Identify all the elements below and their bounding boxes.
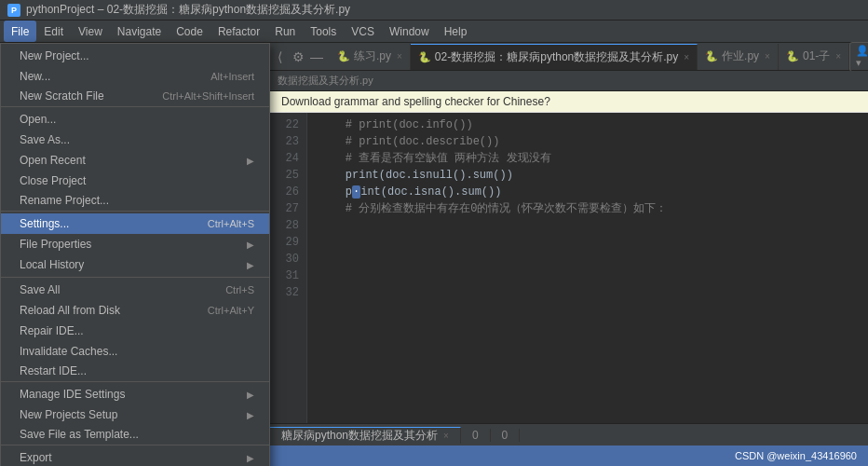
app-icon: P — [7, 4, 20, 17]
status-right: CSDN @weixin_43416960 — [735, 450, 857, 461]
menu-close-project[interactable]: Close Project — [1, 171, 269, 191]
notification-bar: Download grammar and spelling checker fo… — [270, 91, 868, 113]
code-line-28 — [319, 217, 868, 234]
menu-edit[interactable]: Edit — [36, 21, 71, 42]
menu-export[interactable]: Export ▶ — [1, 447, 269, 466]
menu-save-all[interactable]: Save All Ctrl+S — [1, 280, 269, 300]
menu-bar: File Edit View Navigate Code Refactor Ru… — [0, 21, 868, 43]
menu-window[interactable]: Window — [382, 21, 437, 42]
python-icon-tab1: 🐍 — [337, 50, 350, 62]
bottom-tab-0b[interactable]: 0 — [491, 429, 521, 442]
menu-repair-ide[interactable]: Repair IDE... — [1, 321, 269, 341]
code-line-26: p·int(doc.isna().sum()) — [319, 184, 868, 200]
menu-save-file-template[interactable]: Save File as Template... — [1, 425, 269, 445]
python-icon-tab4: 🐍 — [786, 50, 799, 62]
notification-text: Download grammar and spelling checker fo… — [281, 95, 550, 108]
tab-active-analysis[interactable]: 🐍 02-数据挖掘：糖尿病python数据挖掘及其分析.py × — [411, 44, 698, 70]
menu-view[interactable]: View — [71, 21, 110, 42]
menu-reload-all[interactable]: Reload All from Disk Ctrl+Alt+Y — [1, 300, 269, 321]
tab-01[interactable]: 🐍 01-子 × — [779, 44, 849, 70]
code-line-27: # 分别检查数据中有存在0的情况（怀孕次数不需要检查）如下： — [319, 200, 868, 217]
gear-settings[interactable]: ⚙ — [289, 48, 307, 66]
close-tab-01[interactable]: × — [835, 51, 841, 62]
scroll-tabs-left[interactable]: ⟨ — [270, 48, 289, 66]
code-line-23: # print(doc.describe()) — [319, 133, 868, 150]
tab-zuoye[interactable]: 🐍 作业.py × — [698, 44, 779, 70]
menu-rename-project[interactable]: Rename Project... — [1, 191, 269, 212]
code-line-25: print(doc.isnull().sum()) — [319, 167, 868, 184]
menu-new-project[interactable]: New Project... — [1, 46, 269, 66]
python-icon-tab2: 🐍 — [418, 51, 431, 63]
menu-help[interactable]: Help — [437, 21, 475, 42]
title-bar: P pythonProject – 02-数据挖掘：糖尿病python数据挖掘及… — [0, 0, 868, 21]
code-line-30 — [319, 251, 868, 267]
separator-1 — [1, 277, 269, 278]
code-line-31 — [319, 267, 868, 284]
file-dropdown-menu: New Project... New... Alt+Insert New Scr… — [0, 43, 270, 466]
code-line-22: # print(doc.info()) — [319, 116, 868, 133]
menu-new-scratch[interactable]: New Scratch File Ctrl+Alt+Shift+Insert — [1, 87, 269, 107]
menu-open-recent[interactable]: Open Recent ▶ — [1, 150, 269, 171]
menu-restart-ide[interactable]: Restart IDE... — [1, 362, 269, 382]
menu-save-as[interactable]: Save As... — [1, 130, 269, 150]
code-area[interactable]: 22 23 24 25 26 27 28 29 30 31 32 # print… — [270, 113, 868, 466]
main-area: New Project... New... Alt+Insert New Scr… — [0, 43, 868, 466]
bottom-tab-0a[interactable]: 0 — [461, 429, 491, 442]
menu-settings[interactable]: Settings... Ctrl+Alt+S — [1, 213, 269, 234]
menu-invalidate-caches[interactable]: Invalidate Caches... — [1, 341, 269, 362]
line-numbers: 22 23 24 25 26 27 28 29 30 31 32 — [270, 113, 307, 466]
menu-file-properties[interactable]: File Properties ▶ — [1, 234, 269, 254]
code-line-24: # 查看是否有空缺值 两种方法 发现没有 — [319, 150, 868, 167]
close-tab-analysis[interactable]: × — [684, 52, 689, 62]
menu-refactor[interactable]: Refactor — [210, 21, 267, 42]
menu-navigate[interactable]: Navigate — [110, 21, 169, 42]
menu-run[interactable]: Run — [267, 21, 303, 42]
close-tab-zuoye[interactable]: × — [765, 51, 770, 62]
user-icon-btn[interactable]: 👤 ▾ — [849, 42, 868, 72]
code-line-29 — [319, 234, 868, 251]
tab-lianxi[interactable]: 🐍 练习.py × — [330, 44, 411, 70]
bottom-tab-analysis[interactable]: 糖尿病python数据挖掘及其分析 × — [270, 427, 461, 444]
menu-new[interactable]: New... Alt+Insert — [1, 66, 269, 87]
close-bottom-tab[interactable]: × — [443, 431, 449, 441]
menu-open[interactable]: Open... — [1, 109, 269, 130]
window-title: pythonProject – 02-数据挖掘：糖尿病python数据挖掘及其分… — [26, 2, 350, 18]
tab-controls: ⟨ ⚙ — — [270, 48, 326, 66]
menu-vcs[interactable]: VCS — [344, 21, 382, 42]
breadcrumb: 数据挖掘及其分析.py — [278, 74, 373, 88]
menu-manage-ide-settings[interactable]: Manage IDE Settings ▶ — [1, 384, 269, 404]
breadcrumb-area: 数据挖掘及其分析.py — [270, 71, 868, 91]
menu-local-history[interactable]: Local History ▶ — [1, 254, 269, 275]
menu-tools[interactable]: Tools — [303, 21, 344, 42]
code-line-32 — [319, 284, 868, 301]
python-icon-tab3: 🐍 — [705, 50, 718, 62]
menu-new-projects-setup[interactable]: New Projects Setup ▶ — [1, 404, 269, 425]
code-content[interactable]: # print(doc.info()) # print(doc.describe… — [307, 113, 868, 466]
menu-code[interactable]: Code — [169, 21, 210, 42]
menu-file[interactable]: File — [4, 21, 36, 42]
minimize-editor[interactable]: — — [307, 48, 326, 66]
close-tab-lianxi[interactable]: × — [397, 51, 402, 62]
editor-area: ⟨ ⚙ — 🐍 练习.py × 🐍 02-数据挖掘：糖尿病python数据挖掘及… — [270, 43, 868, 466]
